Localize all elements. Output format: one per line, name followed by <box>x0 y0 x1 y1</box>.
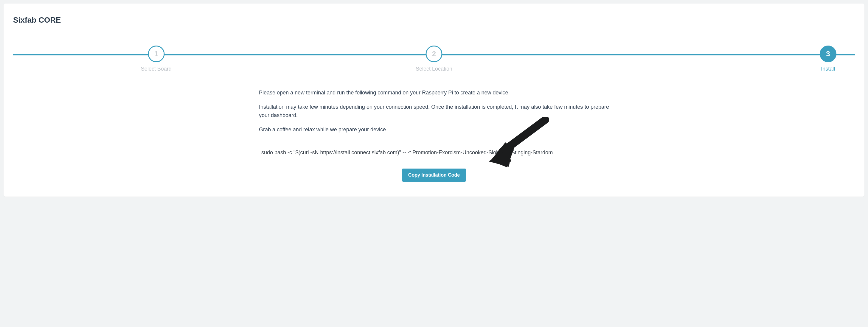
installation-code-input[interactable] <box>259 145 609 160</box>
step-label-3: Install <box>821 66 835 72</box>
button-row: Copy Installation Code <box>259 169 609 182</box>
step-circle-2: 2 <box>426 45 442 62</box>
instruction-3: Grab a coffee and relax while we prepare… <box>259 126 609 134</box>
copy-installation-code-button[interactable]: Copy Installation Code <box>402 169 466 182</box>
instruction-1: Please open a new terminal and run the f… <box>259 89 609 97</box>
step-number-2: 2 <box>432 50 436 58</box>
step-select-board[interactable]: 1 Select Board <box>141 45 172 72</box>
step-label-1: Select Board <box>141 66 172 72</box>
step-number-3: 3 <box>826 50 830 58</box>
step-number-1: 1 <box>154 50 158 58</box>
step-label-2: Select Location <box>416 66 452 72</box>
content: Please open a new terminal and run the f… <box>259 89 609 182</box>
step-circle-3: 3 <box>820 45 836 62</box>
instruction-2: Installation may take few minutes depend… <box>259 103 609 120</box>
step-select-location[interactable]: 2 Select Location <box>416 45 452 72</box>
step-install[interactable]: 3 Install <box>820 45 836 72</box>
stepper: 1 Select Board 2 Select Location 3 Insta… <box>13 45 855 74</box>
page-title: Sixfab CORE <box>13 15 855 25</box>
wizard-card: Sixfab CORE 1 Select Board 2 Select Loca… <box>4 4 864 197</box>
step-circle-1: 1 <box>148 45 164 62</box>
